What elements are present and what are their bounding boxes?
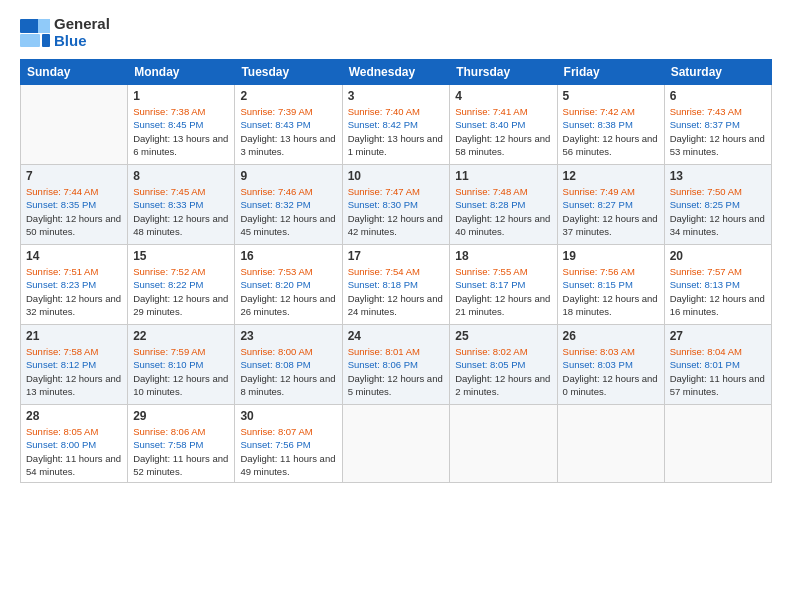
day-number: 15 — [133, 249, 229, 263]
day-number: 27 — [670, 329, 766, 343]
day-info: Sunrise: 7:40 AMSunset: 8:42 PMDaylight:… — [348, 105, 445, 158]
page: General Blue SundayMondayTuesdayWednesda… — [0, 0, 792, 612]
sunrise-time: Sunrise: 7:45 AM — [133, 186, 205, 197]
calendar-cell: 24Sunrise: 8:01 AMSunset: 8:06 PMDayligh… — [342, 325, 450, 405]
sunset-time: Sunset: 8:20 PM — [240, 279, 310, 290]
sunrise-time: Sunrise: 7:59 AM — [133, 346, 205, 357]
calendar-cell: 2Sunrise: 7:39 AMSunset: 8:43 PMDaylight… — [235, 85, 342, 165]
day-number: 6 — [670, 89, 766, 103]
daylight-hours: Daylight: 11 hours and 49 minutes. — [240, 453, 335, 477]
weekday-header-tuesday: Tuesday — [235, 60, 342, 85]
sunrise-time: Sunrise: 7:53 AM — [240, 266, 312, 277]
week-row-5: 28Sunrise: 8:05 AMSunset: 8:00 PMDayligh… — [21, 405, 772, 483]
svg-rect-2 — [20, 34, 40, 47]
calendar-cell: 17Sunrise: 7:54 AMSunset: 8:18 PMDayligh… — [342, 245, 450, 325]
weekday-header-saturday: Saturday — [664, 60, 771, 85]
calendar-cell: 20Sunrise: 7:57 AMSunset: 8:13 PMDayligh… — [664, 245, 771, 325]
sunrise-time: Sunrise: 7:57 AM — [670, 266, 742, 277]
day-number: 1 — [133, 89, 229, 103]
daylight-hours: Daylight: 12 hours and 10 minutes. — [133, 373, 228, 397]
calendar-cell: 4Sunrise: 7:41 AMSunset: 8:40 PMDaylight… — [450, 85, 557, 165]
sunrise-time: Sunrise: 7:51 AM — [26, 266, 98, 277]
calendar-cell: 8Sunrise: 7:45 AMSunset: 8:33 PMDaylight… — [128, 165, 235, 245]
day-info: Sunrise: 7:52 AMSunset: 8:22 PMDaylight:… — [133, 265, 229, 318]
day-number: 3 — [348, 89, 445, 103]
day-info: Sunrise: 7:56 AMSunset: 8:15 PMDaylight:… — [563, 265, 659, 318]
sunset-time: Sunset: 8:45 PM — [133, 119, 203, 130]
sunrise-time: Sunrise: 7:54 AM — [348, 266, 420, 277]
day-number: 7 — [26, 169, 122, 183]
day-info: Sunrise: 7:51 AMSunset: 8:23 PMDaylight:… — [26, 265, 122, 318]
sunrise-time: Sunrise: 7:58 AM — [26, 346, 98, 357]
sunrise-time: Sunrise: 7:43 AM — [670, 106, 742, 117]
daylight-hours: Daylight: 12 hours and 5 minutes. — [348, 373, 443, 397]
day-info: Sunrise: 7:55 AMSunset: 8:17 PMDaylight:… — [455, 265, 551, 318]
weekday-header-sunday: Sunday — [21, 60, 128, 85]
daylight-hours: Daylight: 12 hours and 16 minutes. — [670, 293, 765, 317]
daylight-hours: Daylight: 12 hours and 21 minutes. — [455, 293, 550, 317]
sunset-time: Sunset: 8:27 PM — [563, 199, 633, 210]
day-number: 30 — [240, 409, 336, 423]
calendar-cell — [450, 405, 557, 483]
daylight-hours: Daylight: 13 hours and 3 minutes. — [240, 133, 335, 157]
day-number: 28 — [26, 409, 122, 423]
sunset-time: Sunset: 7:56 PM — [240, 439, 310, 450]
day-number: 14 — [26, 249, 122, 263]
svg-rect-3 — [42, 34, 50, 47]
day-info: Sunrise: 7:42 AMSunset: 8:38 PMDaylight:… — [563, 105, 659, 158]
daylight-hours: Daylight: 13 hours and 1 minute. — [348, 133, 443, 157]
sunrise-time: Sunrise: 8:07 AM — [240, 426, 312, 437]
sunrise-time: Sunrise: 7:56 AM — [563, 266, 635, 277]
sunset-time: Sunset: 8:17 PM — [455, 279, 525, 290]
daylight-hours: Daylight: 12 hours and 42 minutes. — [348, 213, 443, 237]
daylight-hours: Daylight: 12 hours and 2 minutes. — [455, 373, 550, 397]
day-number: 18 — [455, 249, 551, 263]
daylight-hours: Daylight: 12 hours and 26 minutes. — [240, 293, 335, 317]
calendar-cell: 13Sunrise: 7:50 AMSunset: 8:25 PMDayligh… — [664, 165, 771, 245]
sunset-time: Sunset: 8:25 PM — [670, 199, 740, 210]
calendar-cell: 19Sunrise: 7:56 AMSunset: 8:15 PMDayligh… — [557, 245, 664, 325]
week-row-2: 7Sunrise: 7:44 AMSunset: 8:35 PMDaylight… — [21, 165, 772, 245]
weekday-header-row: SundayMondayTuesdayWednesdayThursdayFrid… — [21, 60, 772, 85]
sunrise-time: Sunrise: 8:06 AM — [133, 426, 205, 437]
day-number: 26 — [563, 329, 659, 343]
daylight-hours: Daylight: 12 hours and 45 minutes. — [240, 213, 335, 237]
sunrise-time: Sunrise: 8:00 AM — [240, 346, 312, 357]
daylight-hours: Daylight: 12 hours and 48 minutes. — [133, 213, 228, 237]
day-number: 4 — [455, 89, 551, 103]
sunset-time: Sunset: 8:40 PM — [455, 119, 525, 130]
calendar-cell: 21Sunrise: 7:58 AMSunset: 8:12 PMDayligh… — [21, 325, 128, 405]
daylight-hours: Daylight: 12 hours and 0 minutes. — [563, 373, 658, 397]
calendar-cell: 26Sunrise: 8:03 AMSunset: 8:03 PMDayligh… — [557, 325, 664, 405]
week-row-4: 21Sunrise: 7:58 AMSunset: 8:12 PMDayligh… — [21, 325, 772, 405]
sunrise-time: Sunrise: 7:41 AM — [455, 106, 527, 117]
daylight-hours: Daylight: 12 hours and 58 minutes. — [455, 133, 550, 157]
sunrise-time: Sunrise: 8:05 AM — [26, 426, 98, 437]
daylight-hours: Daylight: 12 hours and 40 minutes. — [455, 213, 550, 237]
sunrise-time: Sunrise: 8:01 AM — [348, 346, 420, 357]
day-number: 23 — [240, 329, 336, 343]
calendar-cell: 16Sunrise: 7:53 AMSunset: 8:20 PMDayligh… — [235, 245, 342, 325]
daylight-hours: Daylight: 12 hours and 8 minutes. — [240, 373, 335, 397]
day-number: 12 — [563, 169, 659, 183]
calendar-cell: 23Sunrise: 8:00 AMSunset: 8:08 PMDayligh… — [235, 325, 342, 405]
day-info: Sunrise: 8:01 AMSunset: 8:06 PMDaylight:… — [348, 345, 445, 398]
day-info: Sunrise: 7:53 AMSunset: 8:20 PMDaylight:… — [240, 265, 336, 318]
calendar-cell: 30Sunrise: 8:07 AMSunset: 7:56 PMDayligh… — [235, 405, 342, 483]
week-row-3: 14Sunrise: 7:51 AMSunset: 8:23 PMDayligh… — [21, 245, 772, 325]
day-info: Sunrise: 8:05 AMSunset: 8:00 PMDaylight:… — [26, 425, 122, 478]
sunset-time: Sunset: 8:03 PM — [563, 359, 633, 370]
sunrise-time: Sunrise: 7:47 AM — [348, 186, 420, 197]
sunrise-time: Sunrise: 8:04 AM — [670, 346, 742, 357]
calendar-cell: 27Sunrise: 8:04 AMSunset: 8:01 PMDayligh… — [664, 325, 771, 405]
day-info: Sunrise: 8:02 AMSunset: 8:05 PMDaylight:… — [455, 345, 551, 398]
day-number: 11 — [455, 169, 551, 183]
daylight-hours: Daylight: 12 hours and 50 minutes. — [26, 213, 121, 237]
calendar: SundayMondayTuesdayWednesdayThursdayFrid… — [20, 59, 772, 483]
calendar-cell: 29Sunrise: 8:06 AMSunset: 7:58 PMDayligh… — [128, 405, 235, 483]
day-number: 17 — [348, 249, 445, 263]
calendar-cell: 14Sunrise: 7:51 AMSunset: 8:23 PMDayligh… — [21, 245, 128, 325]
sunrise-time: Sunrise: 7:39 AM — [240, 106, 312, 117]
day-number: 29 — [133, 409, 229, 423]
day-info: Sunrise: 8:04 AMSunset: 8:01 PMDaylight:… — [670, 345, 766, 398]
